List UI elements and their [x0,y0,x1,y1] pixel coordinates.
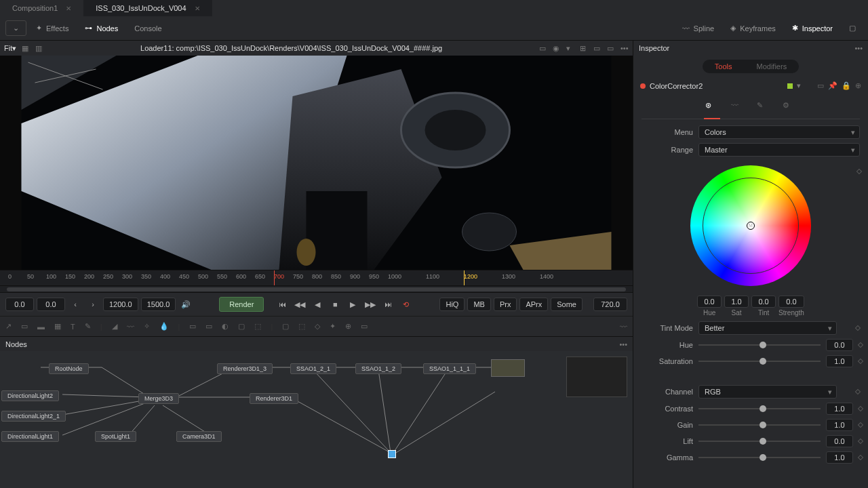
step-fwd-button[interactable]: ▶▶ [363,297,378,312]
tintmode-select[interactable]: Better [698,321,837,335]
some-toggle[interactable]: Some [551,298,583,311]
inspector-button[interactable]: ✱Inspector [785,21,840,35]
sat-value[interactable]: 1.0 [724,296,749,308]
node-output[interactable] [388,450,396,458]
tool-icon[interactable]: ◢ [112,322,117,331]
last-frame-button[interactable]: ⏭ [380,297,395,312]
time-end[interactable]: 1500.0 [141,298,176,311]
settings-tab-icon[interactable]: ⚙ [783,101,796,112]
node-dirlight2[interactable]: DirectionalLight2 [1,390,59,401]
tool-icon[interactable]: ▭ [205,322,212,331]
dropdown-toggle[interactable]: ⌄ [5,20,26,36]
node-renderer3d1[interactable]: Renderer3D1 [250,393,298,404]
enable-indicator[interactable] [640,83,646,89]
tool-icon[interactable]: ⬚ [298,322,305,331]
audio-icon[interactable]: 🔊 [178,297,193,312]
tool-icon[interactable]: ▢ [238,322,245,331]
hue-slider[interactable] [698,340,821,350]
tool-icon[interactable]: ▢ [282,322,289,331]
time-current[interactable]: 0.0 [37,298,65,311]
tool-icon[interactable]: ◐ [222,322,229,331]
view-icon[interactable]: ◉ [553,44,561,52]
view-icon[interactable]: ▭ [539,44,547,52]
keyframe-diamond[interactable] [856,169,862,174]
tab-iss[interactable]: ISS_030_IssUnDock_V004✕ [83,0,212,16]
node-minimap[interactable] [566,357,627,397]
step-back-button[interactable]: ◀◀ [292,297,307,312]
prx-toggle[interactable]: Prx [494,298,517,311]
node-graph[interactable]: RootNode Renderer3D1_3 SSAO1_2_1 SSAO1_1… [0,351,633,488]
keyframe-diamond[interactable] [858,455,863,460]
contrast-slider[interactable] [698,404,821,413]
more-icon[interactable]: ••• [620,44,629,52]
next-key-button[interactable]: › [85,297,100,312]
node-spotlight1[interactable]: SpotLight1 [95,431,136,442]
color-wheel[interactable]: M [690,165,811,286]
effects-button[interactable]: ✦Effects [29,21,75,35]
tool-icon[interactable]: ⬚ [254,322,261,331]
levels-tab-icon[interactable]: 〰 [731,101,745,112]
keyframe-diamond[interactable] [855,325,861,331]
gamma-slider[interactable] [698,453,821,462]
console-button[interactable]: Console [127,22,168,35]
tool-icon[interactable]: 〰 [127,323,134,331]
keyframe-diamond[interactable] [858,406,863,411]
tab-composition1[interactable]: Composition1✕ [0,0,83,16]
view-icon[interactable]: ▭ [593,44,601,52]
range-select[interactable]: Master [698,143,860,157]
keyframe-diamond[interactable] [858,342,863,348]
inspector-tabs[interactable]: ToolsModifiers [703,60,799,73]
viewer[interactable] [0,56,633,270]
tool-icon[interactable]: ▭ [361,322,368,331]
version-icon[interactable]: ▭ [817,81,824,90]
chevron-down-icon[interactable]: ▾ [797,81,801,90]
time-out[interactable]: 1200.0 [103,298,138,311]
settings-icon[interactable]: ⊕ [855,81,861,90]
pin-icon[interactable]: 📌 [828,81,837,90]
layout-icon[interactable]: ▥ [35,44,43,52]
nodes-button[interactable]: ⊶Nodes [78,21,125,35]
panel-icon[interactable]: ▢ [842,21,863,35]
layout-icon[interactable]: ▦ [22,44,30,52]
node-ssao121[interactable]: SSAO1_2_1 [290,363,336,374]
first-frame-button[interactable]: ⏮ [275,297,290,312]
view-icon[interactable]: ▭ [607,44,615,52]
node-camera3d1[interactable]: Camera3D1 [176,431,222,442]
loop-button[interactable]: ⟲ [398,297,413,312]
channel-select[interactable]: RGB [698,385,837,399]
scrollbar[interactable] [7,287,626,291]
tool-icon[interactable]: ✦ [330,322,336,331]
play-reverse-button[interactable]: ◀ [310,297,325,312]
blur-icon[interactable]: 💧 [159,322,169,331]
node-ssao112[interactable]: SSAO1_1_2 [355,363,401,374]
close-icon[interactable]: ✕ [195,5,200,12]
hue-value[interactable]: 0.0 [697,296,722,308]
render-button[interactable]: Render [219,297,264,312]
time-ruler[interactable]: 0501001502002503003504004505005506006507… [0,270,633,286]
brush-tool-icon[interactable]: ✎ [85,322,91,331]
node-group[interactable] [491,359,525,377]
time-in[interactable]: 0.0 [5,298,34,311]
keyframe-diamond[interactable] [858,439,863,444]
stop-button[interactable]: ■ [328,297,342,312]
tool-icon[interactable]: ▦ [54,322,61,331]
grid-icon[interactable]: ⊞ [580,44,588,52]
saturation-slider[interactable] [698,357,821,366]
tool-icon[interactable]: ▭ [21,322,28,331]
prev-key-button[interactable]: ‹ [68,297,83,312]
color-chip[interactable] [787,83,793,89]
text-tool-icon[interactable]: T [71,323,75,331]
close-icon[interactable]: ✕ [66,5,71,12]
play-button[interactable]: ▶ [345,297,360,312]
keyframe-diamond[interactable] [855,389,861,394]
tool-icon[interactable]: ◇ [315,322,320,331]
keyframe-diamond[interactable] [858,359,863,364]
mb-toggle[interactable]: MB [467,298,491,311]
menu-select[interactable]: Colors [698,125,860,139]
tool-icon[interactable]: ▭ [189,322,196,331]
tool-icon[interactable]: ↗ [5,322,12,331]
tool-icon[interactable]: ▬ [37,323,45,331]
tool-icon[interactable]: ⊕ [345,322,351,331]
more-icon[interactable]: ••• [619,340,627,348]
keyframe-diamond[interactable] [858,422,863,428]
